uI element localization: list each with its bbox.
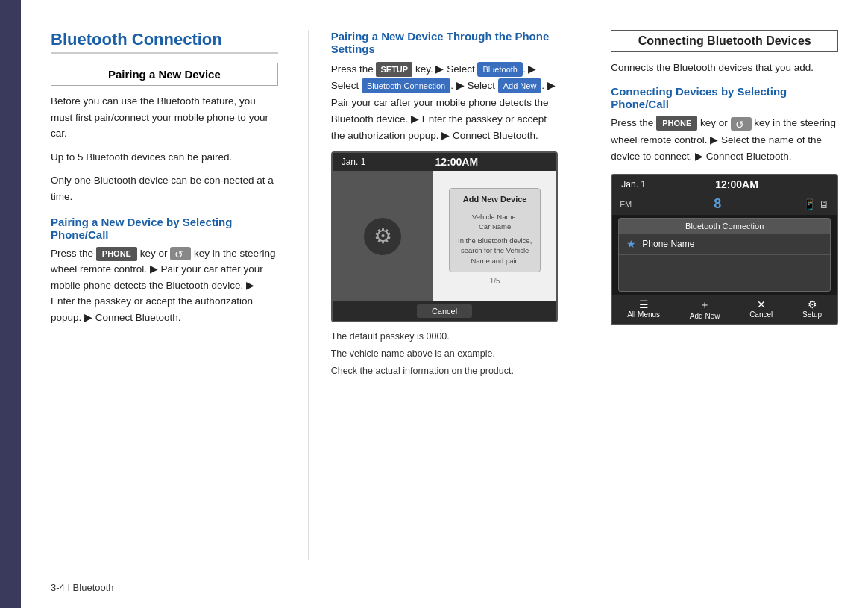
dialog-title: Add New Device: [456, 195, 535, 207]
screen2-date: Jan. 1: [621, 179, 646, 189]
column-3: Connecting Bluetooth Devices Connects th…: [611, 30, 846, 560]
pairing-box-title: Pairing a New Device: [59, 68, 270, 81]
all-menus-icon: ☰: [627, 298, 660, 310]
screen2-bottom: ☰ All Menus ＋ Add New ✕ Cancel ⚙: [612, 295, 837, 324]
col1-sub1-text: Press the PHONE key or key in the steeri…: [51, 245, 278, 326]
col3-steering-icon: [731, 117, 752, 131]
screen2-popup: Bluetooth Connection ★ Phone Name: [618, 218, 831, 292]
gear-icon: ⚙: [364, 218, 401, 255]
col3-sub-body2: key or: [700, 117, 728, 128]
steering-wheel-icon: [170, 247, 191, 260]
bluetooth-badge: Bluetooth: [477, 62, 522, 77]
screen-header: Jan. 1 12:00AM: [333, 153, 557, 171]
screen2-fm: FM: [620, 200, 632, 209]
pairing-new-device-box: Pairing a New Device: [51, 63, 278, 86]
col3-sub-body1: Press the: [611, 117, 653, 128]
left-sidebar: [0, 0, 21, 608]
screen2-header: Jan. 1 12:00AM: [612, 175, 837, 193]
screen-date: Jan. 1: [342, 157, 366, 167]
pairing-intro: Before you can use the Bluetooth feature…: [51, 93, 278, 142]
popup-phone-row: ★ Phone Name: [619, 234, 830, 255]
col1-subheading1: Pairing a New Device by Selecting Phone/…: [51, 216, 278, 241]
screen-body-inner: ⚙ Add New Device Vehicle Name: Car Name …: [333, 171, 557, 301]
cancel-icon: ✕: [749, 298, 773, 310]
screen2-body: FM 8 📱 🖥 Bluetooth Connection ★ Phone Na…: [612, 193, 837, 324]
screen-time: 12:00AM: [435, 156, 479, 168]
screen-add-new-device: Jan. 1 12:00AM ⚙ Add New Device Vehicle …: [331, 151, 559, 322]
col3-phone-key: PHONE: [656, 116, 697, 131]
col3-heading-text: Connecting Bluetooth Devices: [638, 34, 811, 47]
column-2: Pairing a New Device Through the Phone S…: [331, 30, 566, 560]
bluetooth-icon: ★: [626, 238, 636, 250]
screen-left-panel: ⚙: [333, 171, 433, 301]
main-title: Bluetooth Connection: [51, 30, 278, 54]
col2-body4: . ▶ Select: [450, 80, 495, 91]
setup-icon: ⚙: [802, 298, 822, 310]
col3-subheading: Connecting Devices by Selecting Phone/Ca…: [611, 85, 838, 110]
col3-sub-body: Press the PHONE key or key in the steeri…: [611, 115, 838, 165]
col2-body: Press the SETUP key. ▶ Select Bluetooth.…: [331, 61, 559, 144]
col3-heading-box: Connecting Bluetooth Devices: [611, 30, 838, 52]
setup-key-badge: SETUP: [376, 62, 412, 77]
col2-heading: Pairing a New Device Through the Phone S…: [331, 30, 559, 55]
cancel-button[interactable]: Cancel: [417, 304, 472, 318]
btn-add-new[interactable]: ＋ Add New: [690, 298, 720, 320]
screen-dialog: Add New Device Vehicle Name: Car Name In…: [449, 188, 541, 272]
add-new-badge: Add New: [498, 78, 542, 93]
screen2-top: FM 8 📱 🖥: [612, 193, 837, 215]
footer-label: 3-4 I Bluetooth: [51, 582, 114, 593]
divider-1: [308, 30, 309, 560]
screen-bt-connection: Jan. 1 12:00AM FM 8 📱 🖥 Bluetooth Connec…: [611, 174, 838, 325]
popup-title: Bluetooth Connection: [619, 219, 830, 234]
screen2-num: 8: [714, 196, 721, 212]
screen-body: ⚙ Add New Device Vehicle Name: Car Name …: [333, 171, 557, 301]
main-content: Bluetooth Connection Pairing a New Devic…: [21, 0, 868, 608]
bt-connection-badge: Bluetooth Connection: [362, 78, 450, 93]
column-1: Bluetooth Connection Pairing a New Devic…: [51, 30, 286, 560]
btn-all-menus[interactable]: ☰ All Menus: [627, 298, 660, 320]
screen-counter: 1/5: [490, 277, 500, 285]
dialog-search-text: In the Bluetooth device, search for the …: [456, 236, 535, 266]
col2-body1: Press the: [331, 63, 374, 75]
page-footer: 3-4 I Bluetooth: [21, 574, 868, 608]
note3: Check the actual information on the prod…: [331, 364, 559, 378]
screen-bottom-bar: Cancel: [333, 301, 557, 321]
dialog-vehicle-label: Vehicle Name:: [456, 212, 535, 222]
add-new-icon: ＋: [690, 298, 720, 312]
screen2-icons: 📱 🖥: [803, 198, 829, 210]
divider-2: [588, 30, 588, 560]
col1-sub1-text1: Press the: [51, 248, 93, 259]
content-area: Bluetooth Connection Pairing a New Devic…: [21, 0, 868, 574]
col3-body1: Connects the Bluetooth devices that you …: [611, 60, 838, 76]
screen2-time: 12:00AM: [715, 178, 758, 190]
col1-sub1-text2: key or: [140, 248, 168, 259]
btn-cancel[interactable]: ✕ Cancel: [749, 298, 773, 320]
screen-right-panel: Add New Device Vehicle Name: Car Name In…: [433, 171, 556, 301]
col2-body2: key. ▶ Select: [415, 63, 475, 75]
phone-key-badge: PHONE: [96, 247, 137, 262]
note1: The default passkey is 0000.: [331, 330, 559, 344]
note2: The vehicle name above is an example.: [331, 347, 559, 361]
pairing-note1: Up to 5 Bluetooth devices can be paired.: [51, 149, 278, 166]
btn-setup[interactable]: ⚙ Setup: [802, 298, 822, 320]
pairing-note2: Only one Bluetooth device can be con-nec…: [51, 172, 278, 204]
phone-name: Phone Name: [642, 239, 694, 249]
dialog-vehicle-name: Car Name: [456, 222, 535, 231]
